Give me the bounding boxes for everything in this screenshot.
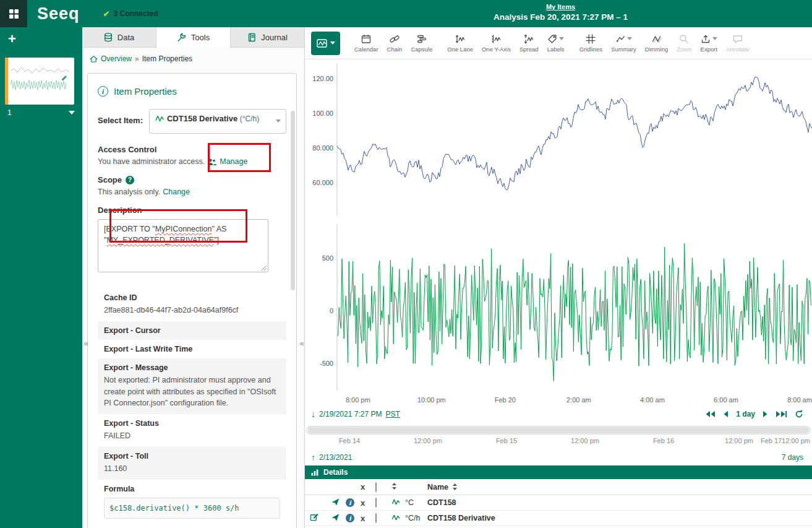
toolbar-item-spread[interactable]: Spread [515,32,543,54]
worksheet-number: 1 [7,108,12,117]
remove-column-header-icon[interactable]: x [361,482,375,491]
my-items-link[interactable]: My Items [546,3,575,11]
x-axis-tick-label: 2:00 am [557,396,600,404]
info-icon[interactable]: i [346,514,354,522]
topbar: Seeq ✔ 3 Connected My Items Analysis Feb… [0,0,812,27]
toolbar-item-summary[interactable]: Summary [607,32,641,54]
edit-icon[interactable] [310,513,319,522]
skip-to-start-button[interactable] [705,410,716,418]
sort-icon[interactable] [391,482,397,490]
toolbar-item-capsule[interactable]: Capsule [406,32,437,54]
item-checkbox[interactable] [375,498,377,508]
sort-icon[interactable] [452,483,458,491]
investigate-timebar: Feb 1412:00 pmFeb 1512:00 pmFeb 1612:00 … [305,422,812,449]
export-icon [701,34,711,44]
tab-tools[interactable]: Tools [156,27,231,48]
breadcrumb-current: Item Properties [142,54,192,63]
item-properties-card: i Item Properties Select Item: CDT158 De… [87,73,297,528]
capsule-icon [417,34,427,44]
name-column-header[interactable]: Name [427,483,448,491]
range-navigation: 1 day [705,410,803,418]
toolbar-item-chain[interactable]: Chain [383,32,407,54]
tab-journal[interactable]: Journal [231,27,304,48]
breadcrumb-separator: » [135,54,139,63]
timebar-track[interactable] [306,426,811,435]
grid-icon [9,9,19,19]
trend-chart[interactable]: 120.00100.0080.00060.0005000-5008:00 pm1… [305,59,812,406]
toolbar-item-gridlines[interactable]: Gridlines [575,32,607,54]
investigate-start-date[interactable]: 2/13/2021 [319,453,352,462]
zoom-icon [679,34,689,44]
y-axis-tick-label: 500 [305,254,333,262]
select-all-checkbox[interactable] [375,482,377,492]
details-title: Details [323,468,348,477]
remove-item-icon[interactable]: x [361,514,375,523]
item-checkbox[interactable] [375,513,377,523]
new-worksheet-button[interactable]: + [0,27,19,47]
range-start: ↓ 2/19/2021 7:27 PM PST [311,409,400,419]
connected-label: 3 Connected [113,9,158,18]
y-axis-tick-label: 0 [305,307,333,314]
worksheet-thumbnail[interactable] [5,58,74,105]
misspelled-word: MY_EXPORTED_DERIVATIVE [106,236,214,245]
range-start-datetime[interactable]: 2/19/2021 7:27 PM [319,410,382,418]
collapse-panel-right-handle[interactable]: « [298,335,306,351]
range-duration-label[interactable]: 1 day [736,410,755,418]
tab-data[interactable]: Data [82,27,156,48]
refresh-button[interactable] [795,410,803,418]
collapse-panel-left-handle[interactable]: « [82,335,90,351]
investigate-duration[interactable]: 7 days [782,453,803,462]
skip-to-end-button[interactable] [776,410,787,418]
agents-status[interactable]: ✔ 3 Connected [103,9,158,19]
one-y-axis-icon [491,34,501,44]
info-icon[interactable]: i [346,498,354,507]
trend-area: Calendar Chain Capsule [305,27,812,528]
step-forward-button[interactable] [763,410,768,418]
item-name[interactable]: CDT158 [427,498,812,507]
property-row: Export - Last Write Time [98,340,286,358]
x-axis-tick-label: 8:00 am [778,396,812,404]
x-axis-tick-label: 10:00 pm [410,396,453,404]
panel-scrollbar[interactable] [291,111,295,290]
toolbar-item-labels[interactable]: Labels [543,32,569,54]
properties-list: Cache ID 2ffae881-db46-44f7-ab2d-04a64af… [98,288,286,524]
item-name[interactable]: CDT158 Derivative [427,514,812,522]
toolbar-item-export[interactable]: Export [696,32,722,54]
timezone-link[interactable]: PST [385,410,400,418]
chevron-down-icon [276,119,281,123]
toolbar-item-one-y-axis[interactable]: One Y-Axis [477,32,515,54]
seeq-logo[interactable]: Seeq [37,4,80,24]
app-switcher-button[interactable] [0,0,27,27]
chevron-down-icon[interactable] [69,111,75,115]
selected-item-uom: (°C/h) [240,115,259,123]
worksheet-sidebar: + 1 [0,27,82,528]
select-item-row: Select Item: CDT158 Derivative (°C/h) [98,109,286,134]
details-row-cdt158[interactable]: i x °C CDT158 [305,495,812,511]
info-icon: i [98,86,108,97]
access-control-heading: Access Control [98,145,286,154]
investigate-range-row: ↑ 2/13/2021 7 days [305,449,812,465]
send-to-trend-icon[interactable] [331,513,340,522]
step-back-button[interactable] [723,410,729,418]
remove-item-icon[interactable]: x [361,498,375,508]
chevron-down-icon [330,41,335,45]
item-select-dropdown[interactable]: CDT158 Derivative (°C/h) [149,109,286,134]
help-icon[interactable]: ? [126,176,134,184]
details-row-cdt158-derivative[interactable]: i x °C/h CDT158 Derivative [305,511,812,526]
send-to-trend-icon[interactable] [331,498,340,506]
property-row: Cache ID 2ffae881-db46-44f7-ab2d-04a64af… [98,288,286,321]
trend-icon [317,38,328,48]
description-textarea[interactable]: [EXPORT TO "MyPIConnection" AS "MY_EXPOR… [98,219,268,272]
scope-change-link[interactable]: Change [163,188,190,196]
tab-label: Journal [261,33,288,42]
breadcrumb-overview-link[interactable]: Overview [101,54,132,63]
timebar-tick-label: 12:00 pm [409,437,447,444]
check-icon: ✔ [103,9,110,19]
tools-panel: Data Tools Journal [82,27,305,528]
view-mode-button[interactable] [311,32,340,55]
manage-access-link[interactable]: Manage [207,157,247,166]
timebar-handle[interactable] [308,427,809,433]
toolbar-item-calendar[interactable]: Calendar [350,32,383,54]
toolbar-item-one-lane[interactable]: One Lane [443,32,477,54]
toolbar-item-dimming[interactable]: Dimming [641,32,672,54]
